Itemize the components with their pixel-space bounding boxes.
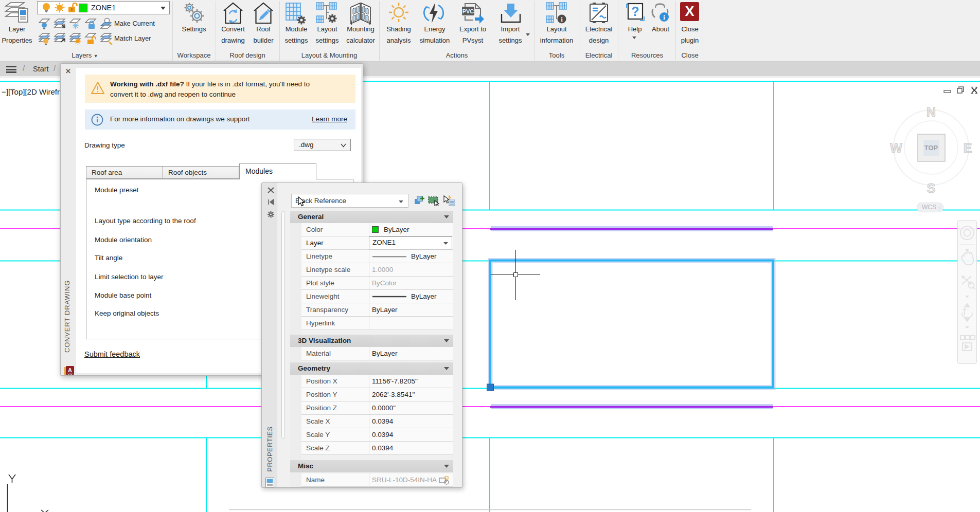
svg-text:PVC: PVC xyxy=(462,8,474,14)
svg-text:CAD: CAD xyxy=(67,373,73,375)
svg-text:W: W xyxy=(890,141,902,155)
svg-text:A: A xyxy=(68,367,72,373)
svg-text:i: i xyxy=(561,15,563,23)
svg-text:?: ? xyxy=(631,4,639,19)
svg-text:TOP: TOP xyxy=(924,144,938,152)
svg-text:N: N xyxy=(926,105,936,119)
svg-text:S: S xyxy=(927,181,936,195)
svg-text:i: i xyxy=(663,13,665,21)
svg-text:E: E xyxy=(964,141,972,155)
